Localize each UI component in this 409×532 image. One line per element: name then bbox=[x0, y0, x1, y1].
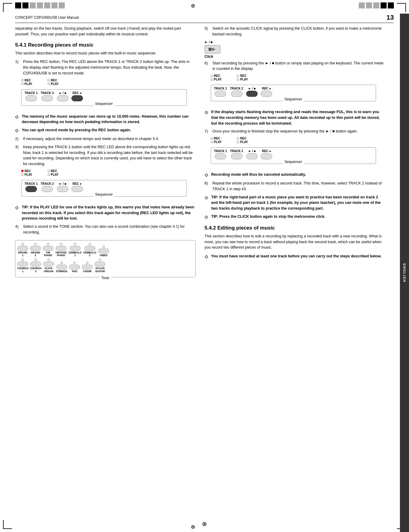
corner-bl bbox=[3, 520, 12, 529]
diamond-icon-tip-click: ◇ bbox=[205, 214, 209, 220]
led-rec-2b: REC bbox=[48, 169, 57, 173]
tone-name-choir: CHOIR bbox=[83, 270, 91, 273]
play-btn-1: ► / ■ bbox=[57, 91, 68, 101]
tone-church1: CHURCH1 bbox=[17, 259, 28, 273]
reg-squares-top bbox=[15, 2, 65, 8]
tone-btn-grand2 bbox=[30, 246, 41, 251]
led-play-1: PLAY bbox=[21, 82, 32, 86]
seq-label-2: Sequencer bbox=[94, 192, 114, 197]
list-item-5: 5) Switch on the acoustic CLICK signal b… bbox=[205, 26, 385, 37]
diamond-item-tip-click: ◇ TIP: Press the CLICK button again to s… bbox=[205, 214, 385, 220]
tone-led-church2 bbox=[35, 259, 37, 261]
led-rec-2: REC bbox=[48, 79, 57, 82]
diamond-item-ful: ◇ If the display starts flashing during … bbox=[205, 109, 385, 126]
list-item-4: 4) Select a sound in the TONE section. Y… bbox=[15, 224, 196, 235]
bottom-crosshair: ⊕ bbox=[202, 521, 207, 527]
corner-tl bbox=[3, 3, 12, 12]
seq-box-1: TRACK 1 TRACK 2 ► / ■ REC ● bbox=[21, 89, 187, 106]
list-item-8: 8) Repeat the whole procedure to record … bbox=[205, 181, 385, 192]
tone-led-grand1 bbox=[21, 243, 24, 245]
rec-pill-4 bbox=[261, 153, 272, 159]
track1-label-3: TRACK 1 bbox=[214, 87, 227, 90]
rec-label-diag3: REC ● bbox=[262, 87, 271, 90]
tone-name-vibes: VIBES bbox=[100, 254, 107, 257]
tone-led-clickorgan bbox=[48, 259, 50, 261]
play-btn-4: ► / ■ bbox=[246, 149, 258, 159]
seq-box-4: TRACK 1 TRACK 2 ► / ■ REC ● bbox=[211, 147, 376, 164]
reg-sq-r2 bbox=[366, 2, 372, 8]
diamond-item-tip-rh: ◇ TIP: If the right-hand part of a music… bbox=[205, 194, 385, 211]
led-play-4a: PLAY bbox=[211, 140, 222, 144]
tone-name-grand1: GRAND1 bbox=[18, 251, 27, 257]
led-pair-2a: REC PLAY bbox=[21, 169, 32, 176]
section-intro-542: This section describes how to edit a rec… bbox=[205, 233, 385, 250]
track2-btn-3: TRACK 2 bbox=[230, 87, 243, 97]
tone-section-label: Tone bbox=[100, 276, 111, 280]
track2-pill-3 bbox=[231, 91, 242, 97]
reg-sq-2 bbox=[22, 2, 28, 8]
click-btn-rect bbox=[205, 45, 220, 54]
tone-btn-strings bbox=[56, 265, 67, 269]
track2-label-4: TRACK 2 bbox=[230, 149, 243, 153]
rec-btn-3: REC ● bbox=[261, 87, 272, 97]
led-play-2b: PLAY bbox=[48, 173, 59, 176]
tone-btn-cembalo2 bbox=[84, 246, 95, 251]
seq-btns-row-3: TRACK 1 TRACK 2 ► / ■ REC ● bbox=[214, 87, 373, 97]
seq-btns-row-4: TRACK 1 TRACK 2 ► / ■ REC ● bbox=[214, 149, 373, 159]
tone-led-cembalo2 bbox=[89, 243, 91, 245]
reg-mark-bottom bbox=[191, 524, 197, 530]
tone-led-pad bbox=[73, 262, 76, 264]
track2-pill-1 bbox=[41, 95, 53, 101]
diamond-icon-1: ◇ bbox=[15, 114, 20, 125]
tone-choir: CHOIR bbox=[82, 262, 93, 273]
tone-name-church2: CHURCH2 bbox=[30, 267, 41, 273]
tone-vibes: VIBES bbox=[98, 246, 109, 257]
play-label-1: ► / ■ bbox=[59, 91, 66, 95]
language-tab: ENGLISH bbox=[400, 14, 409, 532]
led-pair-2b: REC PLAY bbox=[48, 169, 59, 176]
item-num-8: 8) bbox=[205, 181, 211, 192]
tone-led-vintage bbox=[60, 243, 62, 245]
led-play-2a: PLAY bbox=[21, 173, 32, 176]
reg-sq-5 bbox=[44, 2, 50, 8]
diamond-icon-canceled: ◇ bbox=[205, 172, 209, 178]
led-circle-play2b bbox=[48, 173, 50, 176]
tone-grand2: GRAND2 bbox=[30, 243, 41, 257]
tone-led-cembalo1 bbox=[74, 243, 76, 245]
section-heading-541: 5.4.1 Recording pieces of music bbox=[15, 42, 196, 48]
diamond-item-canceled: ◇ Recording mode will thus be canceled a… bbox=[205, 172, 385, 178]
led-pair-rec-2: REC PLAY bbox=[48, 79, 59, 86]
play-btn-3: ► / ■ bbox=[246, 87, 258, 97]
track2-label-3: TRACK 2 bbox=[230, 87, 243, 90]
tone-name-church1: CHURCH1 bbox=[17, 267, 28, 273]
tone-btn-clickorgan bbox=[43, 262, 54, 266]
play-label-4: ► / ■ bbox=[248, 149, 256, 153]
play-label-3: ► / ■ bbox=[248, 87, 256, 90]
page-container: ENGLISH CONCERT CDP2400USB User Manual 1… bbox=[0, 0, 409, 532]
item-text-4: Select a sound in the TONE section. You … bbox=[23, 224, 196, 235]
tone-name-pad: PAD bbox=[72, 270, 77, 273]
seq-led-row-4: REC PLAY REC PLAY bbox=[211, 137, 385, 144]
reg-sq-r1 bbox=[359, 2, 365, 8]
diamond-icon-ful: ◇ bbox=[205, 109, 209, 126]
tone-strings: STRINGS bbox=[56, 262, 68, 273]
click-btn-svg bbox=[208, 47, 217, 52]
led-pair-3a: REC PLAY bbox=[211, 74, 222, 81]
click-btn-img: ► / ■ bbox=[205, 40, 220, 54]
track2-label-2: TRACK 2 bbox=[41, 182, 54, 185]
led-circle-rec2b bbox=[48, 170, 50, 172]
tone-name-cembalo1: CEMBALO1 bbox=[68, 251, 81, 257]
led-play-3a: PLAY bbox=[211, 78, 222, 81]
tone-clickorgan: CLICKORGAN bbox=[43, 259, 54, 273]
led-circle-rec2a bbox=[21, 170, 24, 172]
led-circle-rec2 bbox=[48, 79, 50, 81]
rec-btn-2: REC ● bbox=[71, 182, 83, 192]
rec-pill-3 bbox=[261, 91, 272, 97]
tone-btn-vibes bbox=[98, 249, 109, 253]
page-number: 13 bbox=[387, 14, 394, 21]
tone-cembalo1: CEMBALO1 bbox=[68, 243, 81, 257]
tone-btn-pad bbox=[69, 265, 80, 269]
item-text-1: Press the REC button. The REC LED above … bbox=[23, 59, 196, 76]
tone-name-cembalo2: CEMBALO2 bbox=[83, 251, 96, 257]
section-intro-541: This section describes how to record mus… bbox=[15, 51, 196, 56]
